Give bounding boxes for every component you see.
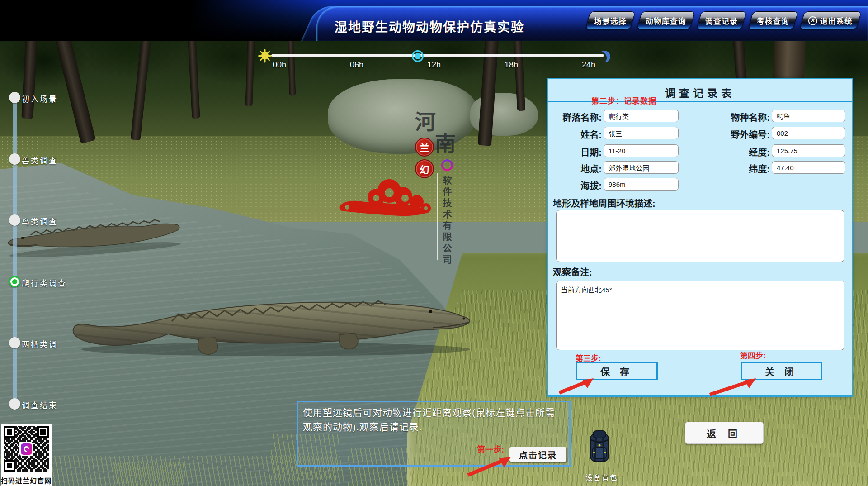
field-number-label: 野外编号: — [720, 128, 770, 141]
rock-outcrop — [328, 79, 477, 154]
qr-finder-tr — [37, 426, 49, 438]
step1-annotation: 第一步: — [477, 443, 504, 455]
observation-notes-textarea[interactable]: 当前方向西北45° — [556, 281, 844, 350]
date-label: 日期: — [552, 145, 602, 158]
title-bar: 湿地野生动物动物保护仿真实验 场景选择 动物库查询 调查记录 考核查询 ✕退出系… — [0, 0, 868, 41]
terrain-description-textarea[interactable] — [556, 210, 844, 262]
reed-tuft — [113, 462, 185, 486]
step-dot-mammal-survey — [9, 153, 20, 165]
nav-animal-library-button[interactable]: 动物库查询 — [637, 11, 695, 29]
step2-annotation: 第二步：记录数据 — [591, 95, 656, 106]
community-name-input[interactable] — [604, 110, 679, 122]
step-label-enter-scene: 初入场景 — [22, 93, 58, 104]
date-input[interactable] — [604, 144, 679, 157]
name-label: 姓名: — [552, 128, 602, 141]
qr-caption: 扫码进兰幻官网 — [1, 474, 52, 486]
species-name-label: 物种名称: — [720, 110, 770, 124]
observation-notes-label: 观察备注: — [553, 265, 592, 278]
app-title: 湿地野生动物动物保护仿真实验 — [328, 17, 531, 35]
terrain-description-label: 地形及样地周围环境描述: — [553, 196, 656, 210]
longitude-label: 经度: — [720, 145, 770, 158]
tick-06h: 06h — [343, 60, 370, 70]
save-button[interactable]: 保 存 — [576, 362, 658, 380]
step-label-reptile-survey: 爬行类调查 — [22, 277, 67, 288]
return-button[interactable]: 返 回 — [685, 422, 764, 444]
qr-pattern — [4, 426, 49, 472]
latitude-input[interactable] — [772, 161, 845, 174]
timeline-track[interactable] — [271, 54, 604, 57]
click-record-button[interactable]: 点击记录 — [509, 447, 567, 462]
survey-record-panel: 调查记录表 第二步：记录数据 群落名称: 物种名称: 姓名: 野外编号: 日期:… — [547, 78, 853, 397]
community-name-label: 群落名称: — [552, 110, 602, 124]
step-dot-reptile-survey-active — [9, 276, 20, 287]
close-button[interactable]: 关 闭 — [741, 362, 822, 380]
app-root: 河 南 兰 幻 软件技术有限公司 — [0, 0, 868, 486]
step-label-mammal-survey: 兽类调查 — [22, 154, 58, 166]
name-input[interactable] — [604, 127, 679, 139]
step-dot-bird-survey — [9, 214, 20, 226]
step-label-bird-survey: 鸟类调查 — [22, 215, 58, 227]
altitude-input[interactable] — [604, 178, 679, 191]
location-label: 地点: — [552, 162, 602, 175]
instruction-line2: 观察的动物).观察后请记录. — [303, 420, 566, 434]
instruction-box: 使用望远镜后可对动物进行近距离观察(鼠标左键点击所需 观察的动物).观察后请记录… — [297, 401, 571, 467]
step-label-survey-end: 调查结束 — [22, 399, 58, 410]
species-name-input[interactable] — [772, 110, 845, 122]
crocodile-large[interactable] — [63, 262, 484, 357]
instruction-line1: 使用望远镜后可对动物进行近距离观察(鼠标左键点击所需 — [303, 405, 566, 420]
equipment-backpack-icon[interactable] — [586, 429, 613, 468]
nav-assessment-query-button[interactable]: 考核查询 — [748, 11, 798, 29]
timeline-handle[interactable] — [412, 50, 424, 62]
tick-00h: 00h — [266, 60, 293, 70]
step-dot-survey-end — [9, 398, 20, 410]
step-label-amphibian-survey: 两栖类调 — [22, 338, 58, 349]
step-dot-enter-scene — [9, 92, 20, 103]
qr-finder-tl — [4, 426, 15, 438]
location-input[interactable] — [604, 161, 679, 174]
step-dot-amphibian-survey — [9, 337, 20, 348]
qr-code-image — [1, 424, 52, 474]
qr-finder-bl — [4, 460, 15, 472]
backpack-label: 设备背包 — [582, 472, 621, 482]
nav-scene-select-button[interactable]: 场景选择 — [585, 11, 635, 29]
latitude-label: 纬度: — [720, 162, 770, 175]
qr-center-logo-icon — [19, 442, 33, 456]
qr-code-block: 扫码进兰幻官网 — [1, 424, 52, 486]
longitude-input[interactable] — [772, 144, 845, 157]
top-nav: 场景选择 动物库查询 调查记录 考核查询 ✕退出系统 — [588, 11, 859, 29]
step4-annotation: 第四步: — [740, 349, 766, 361]
progress-rail-line — [13, 97, 17, 405]
altitude-label: 海拔: — [552, 179, 602, 192]
field-number-input[interactable] — [772, 127, 845, 139]
nav-exit-system-button[interactable]: ✕退出系统 — [799, 11, 861, 29]
tick-24h: 24h — [575, 60, 602, 70]
instruction-text: 使用望远镜后可对动物进行近距离观察(鼠标左键点击所需 观察的动物).观察后请记录… — [303, 405, 566, 434]
tick-18h: 18h — [498, 60, 525, 70]
title-bar-left-fade — [0, 0, 344, 41]
exit-x-icon: ✕ — [808, 16, 817, 25]
tick-12h: 12h — [420, 60, 448, 70]
nav-survey-record-button[interactable]: 调查记录 — [696, 11, 746, 29]
